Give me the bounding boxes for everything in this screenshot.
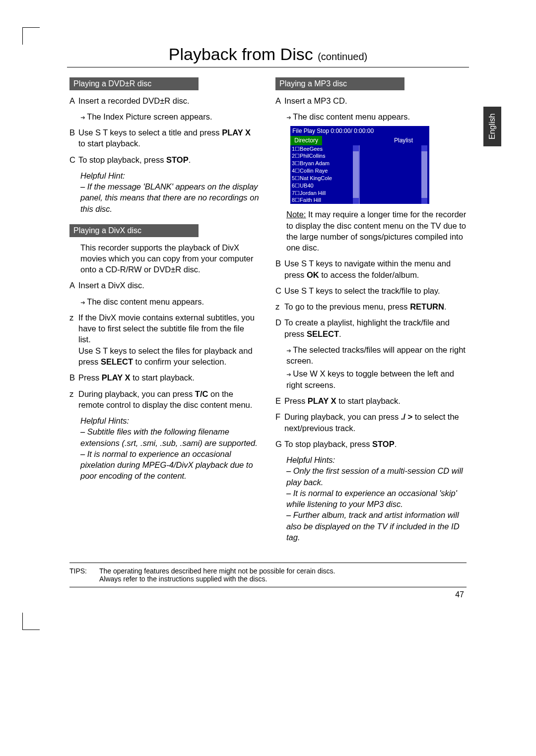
step-text: Press PLAY X to start playback. (284, 395, 464, 406)
hint-text: – If the message 'BLANK' appears on the … (80, 181, 261, 214)
result-text: The disc content menu appears. (286, 111, 467, 122)
step-label: F (275, 411, 284, 422)
step-text: Use S T keys to navigate within the menu… (284, 258, 464, 280)
header-rule (67, 67, 469, 67)
menu-directory-list: 1☐BeeGees 2☐PhilCollins 3☐Bryan Adam 4☐C… (290, 145, 353, 204)
step-text: During playback, you can press ./ > to s… (284, 411, 464, 434)
note-text: Note: It may require a longer time for t… (286, 209, 467, 253)
step-text: To stop playback, press STOP. (78, 154, 258, 165)
step-text: To go to the previous menu, press RETURN… (284, 301, 464, 312)
page-number: 47 (37, 587, 499, 602)
list-item: 1☐BeeGees (292, 145, 351, 153)
step-label: B (69, 127, 78, 138)
step-label: D (275, 317, 284, 328)
list-item: 3☐Bryan Adam (292, 160, 351, 167)
step-text: Use S T keys to select a title and press… (78, 127, 258, 149)
crop-mark-bl (22, 613, 40, 630)
result-text: Use W X keys to toggle between the left … (286, 368, 467, 390)
list-item: 2☐PhilCollins (292, 152, 351, 160)
step-text: If the DivX movie contains external subt… (78, 312, 258, 367)
language-tab: English (483, 107, 501, 146)
page-title: Playback from Disc (continued) (37, 20, 499, 67)
page: Playback from Disc (continued) English P… (37, 20, 499, 602)
menu-tab-playlist: Playlist (390, 136, 417, 145)
right-column: Playing a MP3 disc AInsert a MP3 CD. The… (275, 74, 467, 548)
list-item: 8☐Faith Hill (292, 196, 351, 204)
step-label: G (275, 439, 284, 449)
helpful-hints: Helpful Hints: – Subtitle files with the… (80, 415, 261, 482)
scroll-up-icon (421, 145, 427, 151)
step-text: To create a playlist, highlight the trac… (284, 317, 464, 339)
result-text: The selected tracks/files will appear on… (286, 344, 467, 367)
intro-text: This recorder supports the playback of D… (80, 242, 261, 275)
step-label: A (275, 95, 284, 106)
section-heading-divx: Playing a DivX disc (69, 224, 199, 237)
helpful-hint: Helpful Hint: – If the message 'BLANK' a… (80, 170, 261, 214)
step-text: Press PLAY X to start playback. (78, 372, 258, 383)
menu-tab-directory: Directory (290, 136, 322, 145)
step-label: C (69, 154, 78, 165)
menu-playlist-area (359, 145, 421, 204)
tips-label: TIPS: (69, 567, 99, 583)
scroll-down-icon (353, 198, 359, 204)
list-item: 6☐UB40 (292, 182, 351, 189)
left-column: Playing a DVD±R disc AInsert a recorded … (69, 74, 261, 548)
menu-scrollbar-right (421, 145, 427, 204)
step-text: Insert a recorded DVD±R disc. (78, 95, 258, 106)
step-text: Insert a MP3 CD. (284, 95, 464, 106)
list-item: 7☐Jordan Hill (292, 189, 351, 197)
step-label: C (275, 285, 284, 296)
title-continued: (continued) (318, 51, 367, 62)
step-label: B (275, 258, 284, 269)
step-label: A (69, 280, 78, 291)
step-text: Use S T keys to select the track/file to… (284, 285, 464, 296)
content-columns: Playing a DVD±R disc AInsert a recorded … (37, 74, 499, 548)
list-item: 4☐Collin Raye (292, 167, 351, 175)
list-item: 5☐Nat KingCole (292, 175, 351, 182)
step-text: During playback, you can press T/C on th… (78, 388, 258, 411)
section-heading-dvdr: Playing a DVD±R disc (69, 77, 199, 90)
scroll-up-icon (353, 145, 359, 151)
disc-menu-screenshot: File Play Stop 0:00:00/ 0:00:00 Director… (290, 126, 429, 204)
tips-footer: TIPS: The operating features described h… (69, 563, 467, 587)
menu-top-bar: File Play Stop 0:00:00/ 0:00:00 (290, 126, 429, 136)
helpful-hints: Helpful Hints: – Only the first session … (286, 454, 467, 543)
step-text: To stop playback, press STOP. (284, 439, 464, 449)
step-label: B (69, 372, 78, 383)
step-label: A (69, 95, 78, 106)
title-main: Playback from Disc (169, 45, 313, 63)
tips-body: The operating features described here mi… (99, 567, 335, 583)
menu-scrollbar-left (353, 145, 359, 204)
step-text: Insert a DivX disc. (78, 280, 258, 291)
section-heading-mp3: Playing a MP3 disc (275, 77, 404, 90)
result-text: The Index Picture screen appears. (80, 111, 261, 122)
scroll-down-icon (421, 198, 427, 204)
step-label: E (275, 395, 284, 406)
result-text: The disc content menu appears. (80, 296, 261, 307)
step-label: z (69, 312, 78, 323)
step-label: z (275, 301, 284, 312)
step-label: z (69, 388, 78, 399)
